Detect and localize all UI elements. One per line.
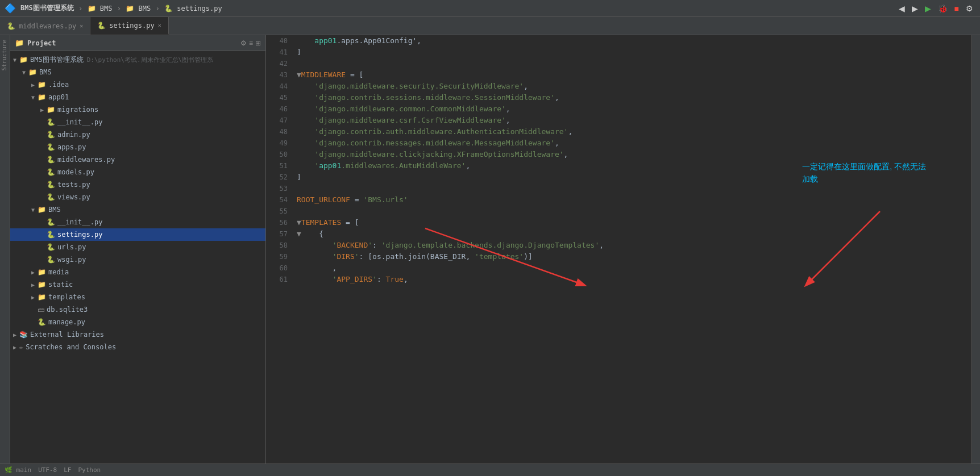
line-number: 61 xyxy=(266,274,294,285)
sidebar-folder-icon: 📁 xyxy=(15,39,24,47)
code-line: 55 xyxy=(266,206,971,217)
line-number: 59 xyxy=(266,251,294,262)
status-git: 🌿 main xyxy=(5,466,31,474)
sidebar-expand-btn[interactable]: ⊞ xyxy=(255,39,261,47)
right-strip xyxy=(971,35,980,464)
app-icon: 🔷 xyxy=(5,3,16,14)
tree-item[interactable]: 🐍__init__.py xyxy=(10,216,265,228)
line-content[interactable]: 'django.middleware.clickjacking.XFrameOp… xyxy=(294,149,971,160)
tree-item[interactable]: ▶📚External Libraries xyxy=(10,328,265,341)
folder-icon: 📁 xyxy=(38,281,46,289)
line-number: 56 xyxy=(266,217,294,228)
forward-button[interactable]: ▶ xyxy=(910,3,920,14)
tree-item[interactable]: 🐍middlewares.py xyxy=(10,153,265,166)
tree-item[interactable]: ▶📁.idea xyxy=(10,78,265,91)
debug-button[interactable]: 🐞 xyxy=(936,3,950,14)
fold-icon[interactable]: ▼ xyxy=(297,70,301,79)
tree-item[interactable]: ▼📁BMS xyxy=(10,203,265,216)
tree-item[interactable]: 🐍urls.py xyxy=(10,241,265,253)
fold-icon[interactable]: ▼ xyxy=(297,229,301,238)
app-title: BMS图书管理系统 xyxy=(20,3,74,13)
line-number: 57 xyxy=(266,228,294,240)
tree-toggle[interactable]: ▶ xyxy=(28,294,38,300)
line-content[interactable]: ▼TEMPLATES = [ xyxy=(294,217,971,228)
tree-item[interactable]: 🐍views.py xyxy=(10,191,265,203)
tree-item[interactable]: 🐍manage.py xyxy=(10,316,265,328)
tree-item[interactable]: 🗃db.sqlite3 xyxy=(10,303,265,316)
line-content[interactable]: ▼MIDDLEWARE = [ xyxy=(294,69,971,81)
tree-item[interactable]: 🐍__init__.py xyxy=(10,116,265,128)
line-content[interactable]: 'django.contrib.sessions.middleware.Sess… xyxy=(294,92,971,103)
tree-label: middlewares.py xyxy=(57,156,115,164)
tree-toggle[interactable]: ▶ xyxy=(28,82,38,88)
tree-item[interactable]: ▶📁static xyxy=(10,278,265,291)
line-content[interactable]: ▼ { xyxy=(294,228,971,240)
settings-button[interactable]: ⚙ xyxy=(964,3,975,14)
tab-settings[interactable]: 🐍 settings.py ✕ xyxy=(90,17,169,35)
tree-label: static xyxy=(48,281,73,289)
sidebar-settings-btn[interactable]: ⚙ xyxy=(240,39,247,47)
line-content[interactable]: 'django.middleware.common.CommonMiddlewa… xyxy=(294,103,971,115)
line-number: 53 xyxy=(266,183,294,194)
statusbar: 🌿 main UTF-8 LF Python xyxy=(0,464,980,476)
python-file-icon: 🐍 xyxy=(47,243,55,251)
tree-item[interactable]: 🐍tests.py xyxy=(10,178,265,191)
tab-settings-close[interactable]: ✕ xyxy=(158,22,161,28)
sidebar-collapse-btn[interactable]: ≡ xyxy=(249,39,253,47)
structure-strip[interactable]: Structure xyxy=(0,35,10,75)
line-content[interactable]: 'APP_DIRS': True, xyxy=(294,274,971,285)
tree-toggle[interactable]: ▶ xyxy=(38,107,47,113)
line-content[interactable]: 'DIRS': [os.path.join(BASE_DIR, 'templat… xyxy=(294,251,971,262)
tree-item[interactable]: 🐍models.py xyxy=(10,166,265,178)
tree-item[interactable]: 🐍settings.py xyxy=(10,228,265,241)
tree-toggle[interactable]: ▶ xyxy=(28,282,38,288)
line-number: 58 xyxy=(266,240,294,251)
tree-item[interactable]: ▶📁migrations xyxy=(10,103,265,116)
tree-item[interactable]: 🐍apps.py xyxy=(10,141,265,153)
line-content[interactable]: ROOT_URLCONF = 'BMS.urls' xyxy=(294,194,971,206)
tree-toggle[interactable]: ▼ xyxy=(28,94,38,101)
line-number: 43 xyxy=(266,69,294,81)
code-line: 59 'DIRS': [os.path.join(BASE_DIR, 'temp… xyxy=(266,251,971,262)
run-button[interactable]: ▶ xyxy=(923,3,933,14)
editor-area: 40 app01.apps.App01Config',41]4243▼MIDDL… xyxy=(266,35,971,464)
back-button[interactable]: ◀ xyxy=(896,3,907,14)
tree-item[interactable]: ▼📁app01 xyxy=(10,91,265,103)
tree-label: BMS图书管理系统 xyxy=(30,55,84,65)
tree-item[interactable]: ▶✏️Scratches and Consoles xyxy=(10,341,265,353)
line-content[interactable]: ] xyxy=(294,47,971,58)
line-content[interactable] xyxy=(294,58,971,69)
folder-icon: 📁 xyxy=(38,206,46,214)
tree-label: Scratches and Consoles xyxy=(26,343,116,351)
code-scroll[interactable]: 40 app01.apps.App01Config',41]4243▼MIDDL… xyxy=(266,35,971,464)
line-content[interactable]: 'django.contrib.auth.middleware.Authenti… xyxy=(294,126,971,137)
tree-toggle[interactable]: ▶ xyxy=(10,344,19,350)
tree-item[interactable]: 🐍admin.py xyxy=(10,128,265,141)
line-content[interactable]: 'django.middleware.csrf.CsrfViewMiddlewa… xyxy=(294,115,971,126)
tree-toggle[interactable]: ▼ xyxy=(10,57,19,63)
line-content[interactable]: 'BACKEND': 'django.template.backends.dja… xyxy=(294,240,971,251)
tree-toggle[interactable]: ▶ xyxy=(10,332,19,338)
tab-middlewares-close[interactable]: ✕ xyxy=(80,23,83,29)
stop-button[interactable]: ■ xyxy=(952,3,961,14)
line-content[interactable]: app01.apps.App01Config', xyxy=(294,35,971,47)
tree-label: wsgi.py xyxy=(57,256,86,264)
tree-toggle[interactable]: ▶ xyxy=(28,269,38,275)
tab-middlewares-label: middlewares.py xyxy=(19,22,76,30)
tree-item[interactable]: ▶📁templates xyxy=(10,291,265,303)
tree-item[interactable]: 🐍wsgi.py xyxy=(10,253,265,266)
tree-item[interactable]: ▶📁media xyxy=(10,266,265,278)
tree-toggle[interactable]: ▼ xyxy=(28,207,38,213)
line-content[interactable]: 'django.middleware.security.SecurityMidd… xyxy=(294,81,971,92)
tree-label: db.sqlite3 xyxy=(47,306,88,314)
line-number: 60 xyxy=(266,262,294,274)
line-content[interactable]: 'django.contrib.messages.middleware.Mess… xyxy=(294,137,971,149)
breadcrumb-sep1: › xyxy=(78,4,83,12)
tree-item[interactable]: ▼📁BMS图书管理系统D:\python\考试.周末作业汇总\图书管理系 xyxy=(10,53,265,66)
tree-item[interactable]: ▼📁BMS xyxy=(10,66,265,78)
line-content[interactable]: , xyxy=(294,262,971,274)
line-content[interactable] xyxy=(294,206,971,217)
tree-toggle[interactable]: ▼ xyxy=(19,69,28,76)
tab-middlewares[interactable]: 🐍 middlewares.py ✕ xyxy=(0,17,90,35)
fold-icon[interactable]: ▼ xyxy=(297,218,301,227)
